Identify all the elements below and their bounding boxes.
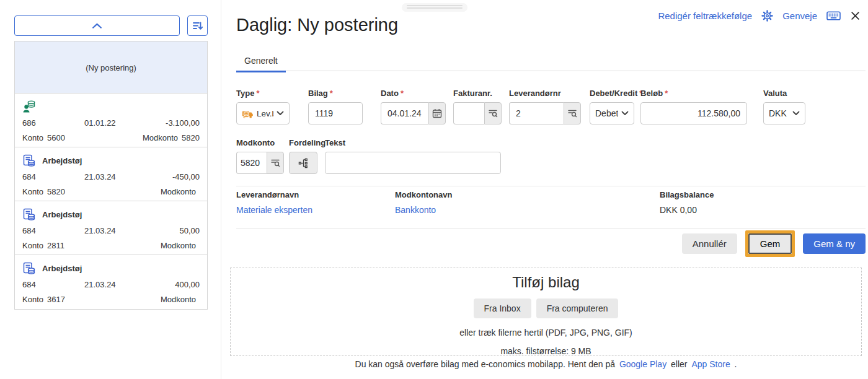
modkontonavn-label: Modkontonavn: [395, 190, 452, 199]
posting-date: 21.03.24: [84, 226, 179, 235]
sort-button[interactable]: [187, 15, 208, 36]
debet-kredit-select[interactable]: Debet: [590, 102, 634, 124]
modkonto-lookup-button[interactable]: [267, 152, 284, 174]
belob-label: Beløb: [640, 89, 663, 98]
list-item-new-posting[interactable]: (Ny postering): [15, 41, 207, 94]
valuta-select[interactable]: DKK: [763, 102, 805, 124]
required-marker: *: [401, 89, 404, 98]
edit-field-order-link[interactable]: Redigér feltrækkefølge: [658, 11, 752, 21]
app-store-link[interactable]: App Store: [691, 359, 730, 369]
dato-input[interactable]: [381, 102, 428, 124]
modkontonavn-link[interactable]: Bankkonto: [395, 205, 436, 215]
bilag-label: Bilag: [308, 89, 328, 98]
fakturanr-input[interactable]: [453, 102, 484, 124]
valuta-value: DKK: [769, 108, 789, 118]
calendar-icon: [432, 108, 442, 118]
sort-descending-icon: [192, 20, 203, 32]
modkonto-label: Modkonto: [143, 133, 178, 142]
shortcuts-link[interactable]: Genveje: [782, 11, 817, 21]
posting-number: 684: [22, 172, 84, 181]
new-posting-label: (Ny postering): [86, 63, 136, 72]
from-inbox-button[interactable]: Fra Inbox: [474, 298, 531, 318]
list-item-posting-1[interactable]: 686 01.01.22 -3.100,00 Konto5600 Modkont…: [15, 94, 207, 147]
leverandornavn-link[interactable]: Materiale eksperten: [236, 205, 312, 215]
save-and-new-button[interactable]: Gem & ny: [803, 233, 866, 254]
posting-date: 21.03.24: [84, 172, 172, 181]
posting-date: 21.03.24: [84, 280, 175, 289]
chevron-down-icon: [792, 111, 800, 116]
modkonto-input[interactable]: [236, 152, 267, 174]
cancel-button[interactable]: Annullér: [682, 233, 737, 254]
posting-title: Arbejdstøj: [42, 156, 82, 165]
leverandornavn-label: Leverandørnavn: [236, 190, 299, 199]
debet-kredit-value: Debet: [595, 108, 618, 118]
tab-bar: Generelt: [236, 53, 866, 71]
type-select[interactable]: Lev.b...: [236, 102, 290, 124]
list-search-icon: [567, 108, 577, 118]
modkonto-label: Modkonto: [161, 241, 196, 250]
posting-amount: 400,00: [175, 280, 200, 289]
required-marker: *: [256, 89, 259, 98]
close-button[interactable]: [850, 11, 861, 21]
keyboard-shortcuts-button[interactable]: [826, 11, 841, 21]
distribution-tree-icon: [298, 158, 309, 168]
leverandornr-lookup-button[interactable]: [564, 102, 581, 124]
settings-button[interactable]: [761, 10, 773, 22]
save-button-highlight: Gem: [745, 230, 795, 257]
posting-number: 686: [22, 118, 84, 128]
list-item-posting-4[interactable]: Arbejdstøj 684 21.03.24 400,00 Konto3617…: [15, 255, 207, 309]
fakturanr-lookup-button[interactable]: [484, 102, 502, 124]
footer-text: eller: [671, 359, 687, 369]
posting-amount: -450,00: [172, 172, 200, 181]
chevron-down-icon: [277, 111, 284, 116]
posting-title: Arbejdstøj: [42, 264, 82, 273]
divider: [236, 186, 866, 186]
leverandornr-input[interactable]: [509, 102, 564, 124]
bilag-input[interactable]: [308, 102, 363, 124]
belob-input[interactable]: [640, 102, 747, 124]
finance-doc-coins-icon: [22, 154, 36, 167]
konto-number: 5600: [47, 133, 65, 142]
finance-doc-coins-icon: [22, 207, 36, 221]
footer-text: .: [735, 359, 737, 369]
modkonto-label: Modkonto: [236, 138, 275, 147]
finance-doc-coins-icon: [22, 261, 36, 275]
debet-kredit-label: Debet/Kredit: [590, 89, 637, 98]
fakturanr-label: Fakturanr.: [453, 89, 492, 98]
fordeling-label: Fordeling: [289, 138, 326, 147]
posting-date: 01.01.22: [84, 118, 166, 128]
attachment-dropzone[interactable]: Tilføj bilag Fra Inbox Fra computeren el…: [230, 268, 862, 356]
keyboard-icon: [826, 11, 841, 21]
posting-number: 684: [22, 226, 84, 235]
posting-amount: 50,00: [179, 226, 200, 235]
google-play-link[interactable]: Google Play: [619, 359, 666, 369]
required-marker: *: [330, 89, 333, 98]
list-item-posting-3[interactable]: Arbejdstøj 684 21.03.24 50,00 Konto2811 …: [15, 201, 207, 255]
list-item-posting-2[interactable]: Arbejdstøj 684 21.03.24 -450,00 Konto582…: [15, 147, 207, 201]
save-button[interactable]: Gem: [748, 233, 792, 254]
list-search-icon: [488, 108, 498, 118]
posting-title: Arbejdstøj: [42, 210, 82, 219]
from-computer-button[interactable]: Fra computeren: [536, 298, 619, 318]
tab-generelt[interactable]: Generelt: [236, 53, 286, 72]
bilagsbalance-label: Bilagsbalance: [660, 190, 714, 199]
gear-icon: [761, 10, 773, 22]
sidebar-divider: [221, 0, 221, 379]
konto-label: Konto: [22, 295, 43, 304]
drag-hint-text: eller træk filerne hertil (PDF, JPG, PNG…: [231, 328, 861, 338]
konto-number: 2811: [47, 241, 64, 250]
fordeling-button[interactable]: [289, 152, 317, 174]
supplier-invoice-type-icon: [242, 108, 254, 119]
list-collapse-toggle[interactable]: [14, 15, 180, 36]
close-icon: [850, 11, 861, 21]
valuta-label: Valuta: [763, 89, 787, 98]
dato-label: Dato: [381, 89, 399, 98]
max-size-text: maks. filstørrelse: 9 MB: [231, 346, 861, 356]
list-search-icon: [270, 158, 280, 168]
calendar-button[interactable]: [428, 102, 446, 124]
drag-handle[interactable]: [402, 3, 467, 12]
chevron-down-icon: [621, 111, 629, 116]
tekst-input[interactable]: [325, 152, 501, 174]
posting-number: 684: [22, 280, 84, 289]
konto-number: 5820: [47, 187, 65, 196]
